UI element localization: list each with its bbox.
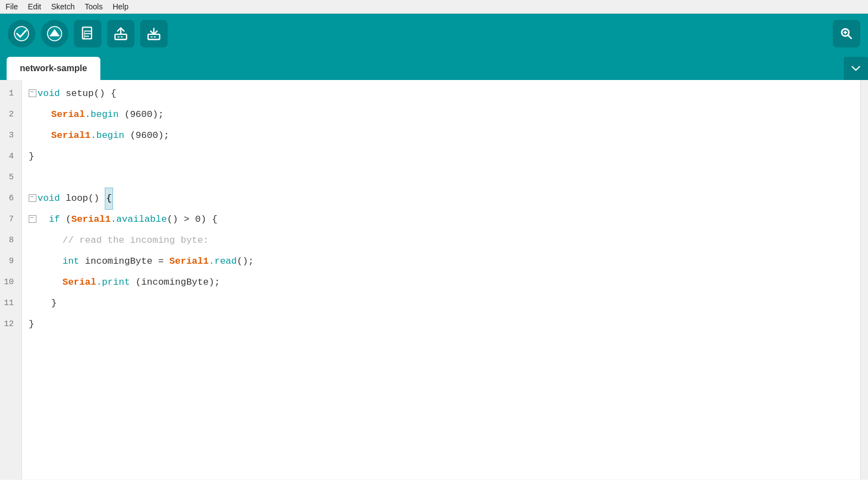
- brace-open-6: {: [105, 188, 112, 210]
- kw-int-9: int: [62, 251, 79, 272]
- line-num-1: 1: [0, 83, 18, 104]
- tab-network-sample[interactable]: network-sample: [7, 57, 100, 80]
- tab-bar: network-sample: [0, 54, 868, 80]
- fold-icon-7[interactable]: [29, 215, 36, 223]
- save-button[interactable]: [140, 20, 168, 47]
- fold-icon-6[interactable]: [29, 194, 36, 202]
- menu-help[interactable]: Help: [112, 2, 128, 11]
- code-line-4: }: [29, 146, 860, 167]
- line-num-4: 4: [0, 146, 18, 167]
- code-line-3: Serial1.begin (9600);: [29, 125, 860, 146]
- line-num-5: 5: [0, 167, 18, 188]
- comment-8: // read the incoming byte:: [62, 230, 208, 251]
- svg-rect-3: [83, 27, 92, 39]
- code-line-5: [29, 167, 860, 188]
- code-line-10: Serial.print (incomingByte);: [29, 272, 860, 293]
- serial-obj-10: Serial: [62, 272, 96, 293]
- menu-edit[interactable]: Edit: [28, 2, 41, 11]
- line-num-11: 11: [0, 293, 18, 314]
- code-line-9: int incomingByte = Serial1.read();: [29, 251, 860, 272]
- open-button[interactable]: [107, 20, 135, 47]
- upload-button[interactable]: [41, 20, 68, 47]
- serial1-obj-3: Serial1: [51, 125, 90, 146]
- check-icon: [14, 26, 29, 41]
- upload-arrow-icon: [47, 26, 62, 41]
- code-editor: 1 2 3 4 5 6 7 8 9 10 11 12 void setup() …: [0, 80, 868, 479]
- line-num-2: 2: [0, 104, 18, 125]
- new-button[interactable]: [74, 20, 101, 47]
- save-icon: [146, 26, 162, 41]
- kw-void-1: void: [37, 83, 60, 104]
- code-content[interactable]: void setup() { Serial.begin (9600); Seri…: [22, 80, 860, 479]
- line-num-12: 12: [0, 314, 18, 335]
- code-line-11: }: [29, 293, 860, 314]
- fn-begin-2: .begin: [85, 104, 119, 125]
- menu-bar: File Edit Sketch Tools Help: [0, 0, 868, 14]
- menu-file[interactable]: File: [6, 2, 18, 11]
- menu-sketch[interactable]: Sketch: [51, 2, 75, 11]
- kw-if-7: if: [49, 209, 60, 230]
- line-num-8: 8: [0, 230, 18, 251]
- serial-obj-2: Serial: [51, 104, 85, 125]
- kw-void-6: void: [37, 188, 60, 209]
- scrollbar[interactable]: [860, 80, 868, 479]
- toolbar: [0, 14, 868, 54]
- serial1-obj-7: Serial1: [71, 209, 110, 230]
- serial1-obj-9: Serial1: [169, 251, 208, 272]
- code-line-12: }: [29, 314, 860, 335]
- line-num-7: 7: [0, 209, 18, 230]
- chevron-down-icon: [850, 63, 861, 74]
- line-num-3: 3: [0, 125, 18, 146]
- code-line-8: // read the incoming byte:: [29, 230, 860, 251]
- line-num-9: 9: [0, 251, 18, 272]
- open-icon: [113, 26, 128, 41]
- line-num-10: 10: [0, 272, 18, 293]
- svg-line-15: [848, 35, 851, 39]
- line-numbers: 1 2 3 4 5 6 7 8 9 10 11 12: [0, 80, 22, 479]
- fold-icon-1[interactable]: [29, 89, 36, 97]
- fn-begin-3: .begin: [90, 125, 124, 146]
- document-icon: [80, 26, 95, 41]
- fn-available-7: .available: [111, 209, 167, 230]
- search-icon: [839, 26, 854, 41]
- code-line-7: if (Serial1.available() > 0) {: [29, 209, 860, 230]
- code-line-6: void loop() {: [29, 188, 860, 209]
- fn-read-9: .read: [208, 251, 237, 272]
- fn-print-10: .print: [96, 272, 130, 293]
- search-button[interactable]: [833, 20, 860, 47]
- tab-label: network-sample: [20, 63, 87, 73]
- verify-button[interactable]: [8, 20, 35, 47]
- tab-dropdown-button[interactable]: [844, 57, 868, 80]
- menu-tools[interactable]: Tools: [85, 2, 103, 11]
- line-num-6: 6: [0, 188, 18, 209]
- code-line-1: void setup() {: [29, 83, 860, 104]
- code-line-2: Serial.begin (9600);: [29, 104, 860, 125]
